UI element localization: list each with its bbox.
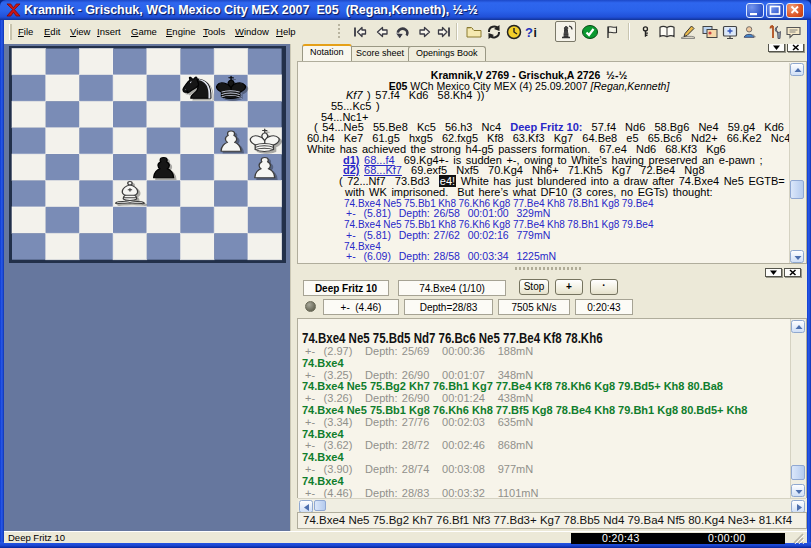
svg-text:?: ? (525, 25, 533, 40)
svg-text:i: i (534, 26, 537, 40)
